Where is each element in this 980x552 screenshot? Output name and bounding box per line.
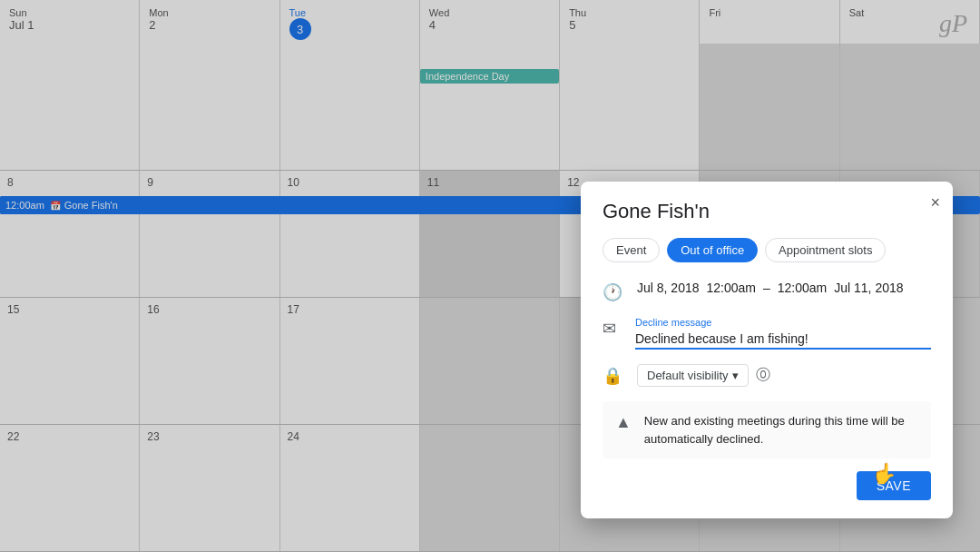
- date-end: Jul 11, 2018: [834, 281, 903, 295]
- visibility-button[interactable]: Default visibility ▾: [637, 364, 749, 387]
- tab-event[interactable]: Event: [603, 238, 660, 262]
- help-icon[interactable]: ⓪: [756, 366, 770, 385]
- tab-appointment-slots[interactable]: Appointment slots: [765, 238, 886, 262]
- date-range: Jul 8, 2018 12:00am – 12:00am Jul 11, 20…: [637, 281, 931, 295]
- chevron-down-icon: ▾: [732, 369, 739, 382]
- date-start: Jul 8, 2018: [637, 281, 700, 295]
- modal-title: Gone Fish'n: [603, 200, 931, 223]
- visibility-row-wrap: 🔒 Default visibility ▾ ⓪: [603, 364, 931, 387]
- calendar-wrap: gP Sun Jul 1 Mon 2 Tue 3 Wed 4 Thu 5 Fri…: [0, 0, 980, 552]
- clock-icon: 🕐: [603, 282, 622, 302]
- time-start: 12:00am: [707, 281, 756, 295]
- modal-tabs: Event Out of office Appointment slots: [603, 238, 931, 262]
- modal: × Gone Fish'n Event Out of office Appoin…: [581, 182, 953, 518]
- visibility-content: Default visibility ▾ ⓪: [637, 364, 931, 387]
- decline-input[interactable]: [635, 330, 931, 350]
- time-end: 12:00am: [778, 281, 827, 295]
- visibility-row: Default visibility ▾ ⓪: [637, 364, 931, 387]
- date-dash: –: [763, 281, 770, 295]
- decline-content: Decline message: [635, 317, 931, 350]
- warning-row: ▲ New and existing meetings during this …: [603, 401, 931, 458]
- datetime-row: 🕐 Jul 8, 2018 12:00am – 12:00am Jul 11, …: [603, 281, 931, 302]
- modal-overlay: × Gone Fish'n Event Out of office Appoin…: [0, 0, 980, 552]
- datetime-content: Jul 8, 2018 12:00am – 12:00am Jul 11, 20…: [637, 281, 931, 295]
- save-button[interactable]: SAVE: [857, 471, 931, 500]
- warning-icon: ▲: [615, 413, 632, 432]
- close-button[interactable]: ×: [930, 194, 940, 211]
- tab-out-of-office[interactable]: Out of office: [667, 238, 758, 262]
- decline-label: Decline message: [635, 317, 931, 328]
- decline-row: ✉ Decline message: [603, 317, 931, 350]
- lock-icon: 🔒: [603, 366, 622, 386]
- email-icon: ✉: [603, 319, 621, 339]
- warning-text: New and existing meetings during this ti…: [644, 412, 918, 448]
- modal-footer: SAVE: [603, 471, 931, 500]
- visibility-label: Default visibility: [647, 369, 729, 382]
